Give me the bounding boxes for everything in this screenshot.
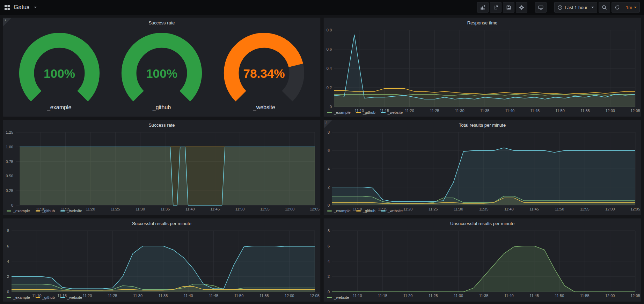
panel-title[interactable]: Total results per minute (324, 120, 641, 129)
line-chart: 00.250.500.751.001.2511:1011:1511:2011:2… (3, 129, 320, 212)
legend-item-_example[interactable]: _example (327, 209, 351, 213)
y-tick-label: 6 (7, 244, 9, 248)
legend-swatch (36, 297, 40, 298)
legend-item-_github[interactable]: _github (356, 110, 375, 114)
y-tick-label: 6 (328, 148, 330, 153)
y-tick-label: 6 (328, 244, 330, 248)
series-area-_website (332, 148, 635, 205)
y-tick-label: 0.50 (6, 174, 13, 178)
gauge-value-text: 100% (44, 67, 75, 80)
y-tick-label: 8 (328, 130, 330, 134)
save-button[interactable] (503, 2, 514, 13)
cycle-view-button[interactable] (535, 2, 547, 13)
y-tick-label: 1.25 (6, 130, 13, 134)
settings-button[interactable] (516, 2, 527, 13)
successful-results-chart[interactable]: 0246811:1011:1511:2011:2511:3011:3511:40… (3, 227, 320, 295)
legend-swatch (327, 210, 332, 212)
chart-legend: _example_github_website (324, 110, 641, 117)
clock-icon (557, 5, 563, 10)
refresh-interval-caret-icon[interactable] (634, 7, 637, 8)
y-tick-label: 0.6 (327, 47, 332, 51)
legend-label: _website (388, 110, 403, 114)
panel-title[interactable]: Response time (324, 18, 641, 27)
legend-item-_example[interactable]: _example (7, 295, 30, 299)
gauge-title: _example (47, 104, 71, 111)
legend-swatch (381, 210, 386, 212)
dashboard-grid-icon[interactable] (4, 5, 10, 10)
legend-item-_website[interactable]: _website (60, 209, 82, 213)
panel-title[interactable]: Unsuccessful results per minute (324, 218, 641, 227)
share-button[interactable] (490, 2, 502, 13)
dashboard-title[interactable]: Gatus (14, 4, 29, 11)
legend-label: _github (363, 110, 375, 114)
y-tick-label: 8 (7, 229, 9, 233)
legend-item-_github[interactable]: _github (36, 295, 55, 299)
panel-unsuccessful-results: Unsuccessful results per minute 0246811:… (323, 218, 641, 302)
panel-successful-results: Successful results per minute 0246811:10… (3, 218, 321, 302)
gauge-title: _website (253, 104, 275, 111)
refresh-button[interactable]: 1m (612, 2, 640, 13)
gauge-value-text: 78.34% (243, 67, 285, 80)
y-tick-label: 0 (7, 290, 9, 294)
legend-item-_website[interactable]: _website (381, 110, 403, 114)
legend-item-_website[interactable]: _website (327, 295, 349, 299)
legend-swatch (60, 297, 65, 298)
time-range-picker[interactable]: Last 1 hour (554, 2, 597, 13)
tv-icon (538, 5, 543, 10)
legend-item-_website[interactable]: _website (60, 295, 82, 299)
y-tick-label: 2 (328, 274, 330, 279)
zoom-out-icon (602, 5, 607, 10)
y-tick-label: 0 (328, 203, 330, 207)
success-rate-chart[interactable]: 00.250.500.751.001.2511:1011:1511:2011:2… (3, 129, 320, 208)
gear-icon (519, 5, 524, 10)
share-icon (493, 5, 498, 10)
legend-label: _example (13, 295, 30, 299)
legend-swatch (356, 112, 361, 113)
legend-label: _website (388, 209, 403, 213)
y-tick-label: 0 (328, 290, 330, 294)
view-mode-group (535, 2, 547, 13)
panel-total-results: i Total results per minute 0246811:1011:… (323, 120, 641, 215)
zoom-out-button[interactable] (599, 2, 610, 13)
series-area-_website (20, 147, 315, 205)
chart-legend: _example_github_website (324, 208, 641, 215)
panel-title[interactable]: Success rate (3, 120, 320, 129)
refresh-interval-label[interactable]: 1m (626, 5, 632, 10)
add-panel-button[interactable] (477, 2, 489, 13)
legend-item-_github[interactable]: _github (36, 209, 55, 213)
panel-title[interactable]: Success rate (3, 18, 320, 27)
legend-swatch (356, 210, 361, 212)
y-tick-label: 0.4 (327, 66, 332, 71)
total-results-chart[interactable]: 0246811:1011:1511:2011:2511:3011:3511:40… (324, 129, 641, 208)
add-panel-icon (480, 5, 485, 10)
gauge-arc: 100% (9, 33, 110, 106)
legend-label: _website (67, 209, 82, 213)
legend-swatch (327, 297, 332, 298)
line-chart: 0246811:1011:1511:2011:2511:3011:3511:40… (324, 129, 641, 212)
gauge-_website: 78.34%_website (213, 33, 315, 111)
y-tick-label: 0.25 (6, 188, 13, 193)
legend-item-_website[interactable]: _website (381, 209, 403, 213)
top-navbar: Gatus (0, 0, 644, 15)
unsuccessful-results-chart[interactable]: 0246811:1011:1511:2011:2511:3011:3511:40… (324, 227, 641, 295)
line-chart: 0246811:1011:1511:2011:2511:3011:3511:40… (324, 227, 641, 299)
gauge-title: _github (153, 104, 171, 111)
dashboard-title-caret-icon[interactable] (34, 7, 37, 8)
panel-info-icon[interactable]: i (3, 18, 12, 26)
gauge-arc: 100% (111, 33, 212, 106)
refresh-icon (615, 5, 620, 10)
legend-item-_example[interactable]: _example (7, 209, 30, 213)
response-time-chart[interactable]: 00.20.40.60.811:1011:1511:2011:2511:3011… (324, 27, 641, 110)
panel-response-time: Response time 00.20.40.60.811:1011:1511:… (323, 17, 641, 117)
legend-item-_github[interactable]: _github (356, 209, 375, 213)
panel-success-rate-gauges: i Success rate 100%_example100%_github78… (3, 17, 321, 117)
legend-item-_example[interactable]: _example (327, 110, 351, 114)
panel-info-icon[interactable]: i (324, 120, 332, 128)
panel-title[interactable]: Successful results per minute (3, 218, 320, 227)
y-tick-label: 2 (328, 185, 330, 189)
gauge-arc: 78.34% (214, 33, 314, 106)
legend-swatch (7, 297, 11, 298)
y-tick-label: 0 (330, 105, 332, 109)
gauge-_github: 100%_github (110, 33, 213, 111)
y-tick-label: 0.8 (327, 28, 332, 32)
